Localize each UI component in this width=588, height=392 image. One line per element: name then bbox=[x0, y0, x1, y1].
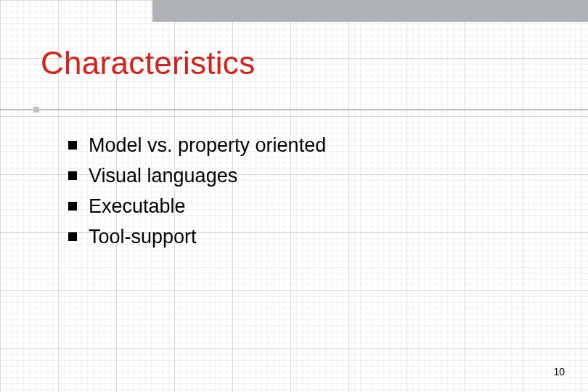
list-item: Tool-support bbox=[68, 224, 544, 250]
top-bar bbox=[152, 0, 588, 22]
bullet-icon bbox=[68, 202, 77, 211]
list-item: Executable bbox=[68, 193, 544, 219]
bullet-icon bbox=[68, 171, 77, 180]
bullet-list: Model vs. property oriented Visual langu… bbox=[68, 132, 544, 254]
slide: Characteristics Model vs. property orien… bbox=[0, 0, 588, 392]
page-number: 10 bbox=[553, 366, 565, 377]
bullet-text: Executable bbox=[89, 193, 186, 219]
title-rule bbox=[0, 109, 588, 110]
bullet-icon bbox=[68, 232, 77, 241]
bullet-text: Visual languages bbox=[89, 163, 237, 189]
slide-title: Characteristics bbox=[41, 45, 255, 81]
bullet-icon bbox=[68, 141, 77, 150]
bullet-text: Model vs. property oriented bbox=[89, 132, 326, 158]
bullet-text: Tool-support bbox=[89, 224, 197, 250]
list-item: Model vs. property oriented bbox=[68, 132, 544, 158]
list-item: Visual languages bbox=[68, 163, 544, 189]
